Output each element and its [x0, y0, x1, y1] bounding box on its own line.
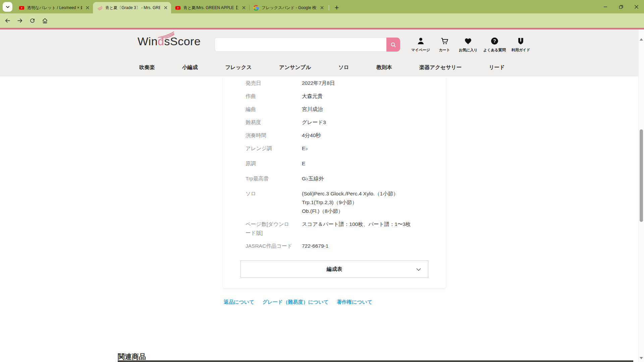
spec-value: 722-6679-1	[302, 242, 436, 250]
nav-item[interactable]: 楽器アクセサリー	[419, 64, 462, 71]
policy-link[interactable]: グレード（難易度）について	[262, 299, 328, 305]
youtube-icon	[175, 5, 181, 11]
browser-toolbar: winds-score.com/products/wsj-00016?srslt…	[0, 13, 644, 28]
windsscore-icon	[97, 5, 103, 11]
policy-link[interactable]: 返品について	[224, 299, 254, 305]
scrollbar-thumb[interactable]	[640, 129, 643, 222]
guide-icon	[517, 37, 525, 45]
user-icon	[417, 37, 425, 45]
new-tab-button[interactable]: +	[332, 3, 341, 12]
question-icon: ?	[490, 37, 499, 45]
accordion-label: 編成表	[327, 266, 342, 273]
google-icon	[253, 5, 259, 11]
spec-row: JASRAC作品コード 722-6679-1	[246, 242, 436, 250]
heart-icon	[464, 37, 472, 45]
spec-row: 難易度 グレード3	[246, 118, 436, 127]
spec-value: E♭	[302, 144, 436, 153]
quick-link-label: カート	[439, 48, 450, 53]
restore-button[interactable]	[613, 0, 629, 13]
cart-icon	[440, 37, 449, 45]
quick-link-label: 利用ガイド	[512, 48, 530, 53]
product-detail-card: 発売日 2022年7月8日 作曲 大森元貴 編曲 宮川成治 難易度	[223, 76, 446, 288]
spec-value: G♭五線外	[302, 174, 436, 183]
spec-value: (Soli)Perc.3 Glock./Perc.4 Xylo.（1小節）Trp…	[302, 189, 436, 216]
spec-row: 演奏時間 4分40秒	[246, 131, 436, 140]
quick-link[interactable]: お気に入り	[459, 37, 478, 53]
tab-close-icon[interactable]	[163, 5, 168, 10]
scrollbar-down-arrow[interactable]	[640, 357, 643, 359]
quick-link[interactable]: ? よくある質問	[483, 37, 506, 53]
spec-value: E	[302, 159, 436, 168]
search-button[interactable]	[386, 38, 400, 52]
home-button[interactable]	[41, 16, 49, 25]
minimize-button[interactable]	[598, 0, 613, 13]
nav-item[interactable]: 教則本	[376, 64, 392, 71]
youtube-icon	[19, 5, 24, 11]
spec-row: アレンジ調 E♭	[246, 144, 436, 153]
spec-label: アレンジ調	[246, 144, 302, 153]
spec-label: 原調	[246, 159, 302, 168]
main-nav: 吹奏楽小編成フレックスアンサンブルソロ教則本楽器アクセサリーリード	[139, 64, 505, 71]
logo-text-pre: Win	[138, 35, 158, 48]
search-input[interactable]	[215, 38, 386, 52]
spec-label: 難易度	[246, 118, 302, 127]
spec-label: 編曲	[246, 105, 302, 114]
browser-window: 透明なパレット / Leo/need × 鏡 青と夏〔Grade 3〕 - Mr…	[0, 0, 644, 362]
policy-links: 返品についてグレード（難易度）について著作権について	[224, 299, 372, 305]
browser-tab[interactable]: 透明なパレット / Leo/need × 鏡	[15, 2, 93, 13]
nav-item[interactable]: リード	[489, 64, 505, 71]
policy-link[interactable]: 著作権について	[337, 299, 372, 305]
nav-item[interactable]: ソロ	[338, 64, 349, 71]
spec-value: 4分40秒	[302, 131, 436, 140]
tab-close-icon[interactable]	[319, 5, 325, 10]
spec-row: Trp最高音 G♭五線外	[246, 174, 436, 183]
tab-search-button[interactable]	[3, 2, 12, 12]
quick-link[interactable]: 利用ガイド	[512, 37, 530, 53]
browser-tab[interactable]: フレックスバンド - Google 検索	[249, 2, 327, 13]
quick-link[interactable]: カート	[436, 37, 453, 53]
quick-link-label: マイページ	[411, 48, 430, 53]
scrollbar-up-arrow[interactable]	[640, 38, 643, 41]
spec-value: 宮川成治	[302, 105, 436, 114]
spec-row: 作曲 大森元貴	[246, 92, 436, 101]
close-window-button[interactable]	[629, 0, 644, 13]
nav-item[interactable]: アンサンブル	[279, 64, 311, 71]
chevron-down-icon	[415, 266, 422, 273]
search-icon	[390, 42, 396, 48]
browser-tab[interactable]: 青と夏〔Grade 3〕 - Mrs. GREEN	[93, 2, 171, 13]
chevron-down-icon	[5, 5, 10, 9]
nav-item[interactable]: フレックス	[225, 64, 252, 71]
tab-strip-tabs: 透明なパレット / Leo/need × 鏡 青と夏〔Grade 3〕 - Mr…	[15, 2, 327, 13]
spec-row: ページ数[ダウンロード版] スコア＆パート譜：100枚、パート譜：1〜3枚	[246, 220, 436, 237]
tab-title: 透明なパレット / Leo/need × 鏡	[27, 5, 82, 11]
windsscore-logo[interactable]: WindsScore	[138, 35, 201, 48]
quick-link-label: お気に入り	[459, 48, 478, 53]
nav-item[interactable]: 吹奏楽	[139, 64, 155, 71]
page-content: WindsScore	[0, 29, 638, 362]
tab-title: フレックスバンド - Google 検索	[262, 5, 317, 11]
nav-item[interactable]: 小編成	[182, 64, 198, 71]
tab-close-icon[interactable]	[85, 5, 90, 10]
spec-label: 発売日	[246, 79, 302, 87]
back-button[interactable]	[3, 16, 12, 25]
page-scrollbar[interactable]	[638, 29, 644, 362]
tab-close-icon[interactable]	[241, 5, 247, 10]
site-search	[215, 38, 400, 52]
instrumentation-accordion-button[interactable]: 編成表	[240, 260, 428, 278]
quick-link[interactable]: マイページ	[411, 37, 430, 53]
browser-tab[interactable]: 青と夏/Mrs. GREEN APPLE【大阪	[171, 2, 249, 13]
header-quick-links: マイページ カート	[411, 37, 530, 53]
spec-row: 編曲 宮川成治	[246, 105, 436, 114]
spec-label: ソロ	[246, 189, 302, 216]
spec-row: ソロ (Soli)Perc.3 Glock./Perc.4 Xylo.（1小節）…	[246, 189, 436, 216]
product-spec-table: 発売日 2022年7月8日 作曲 大森元貴 編曲 宮川成治 難易度	[223, 76, 446, 250]
forward-button[interactable]	[16, 16, 24, 25]
spec-label: ページ数[ダウンロード版]	[246, 220, 302, 237]
logo-swoosh-icon	[158, 31, 175, 39]
svg-text:?: ?	[493, 38, 496, 44]
spec-label: 演奏時間	[246, 131, 302, 140]
reload-button[interactable]	[28, 16, 37, 25]
related-products-image-edge	[118, 360, 633, 362]
spec-value: グレード3	[302, 118, 436, 127]
tab-strip: 透明なパレット / Leo/need × 鏡 青と夏〔Grade 3〕 - Mr…	[0, 0, 644, 13]
